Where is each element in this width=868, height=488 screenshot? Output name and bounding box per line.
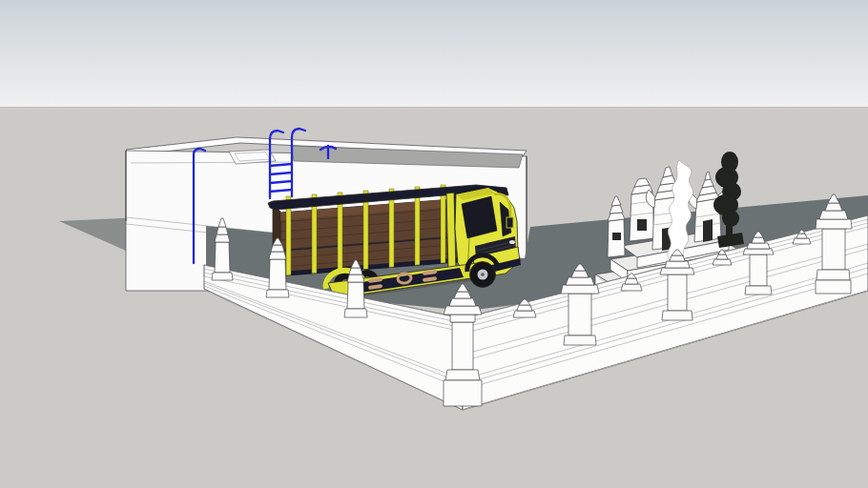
right-tower-doorway — [703, 219, 713, 242]
left-shrine-cap1 — [608, 213, 625, 221]
left-shrine-niche — [612, 233, 621, 240]
3d-viewport[interactable] — [0, 0, 868, 488]
mirror-head — [506, 217, 513, 228]
windshield — [462, 196, 497, 238]
headboard-post — [446, 193, 456, 273]
rear-tower-opening — [637, 219, 647, 231]
headlight — [509, 240, 515, 244]
model-scene — [0, 0, 868, 488]
roof-hatch — [229, 150, 276, 164]
sky — [0, 0, 868, 108]
